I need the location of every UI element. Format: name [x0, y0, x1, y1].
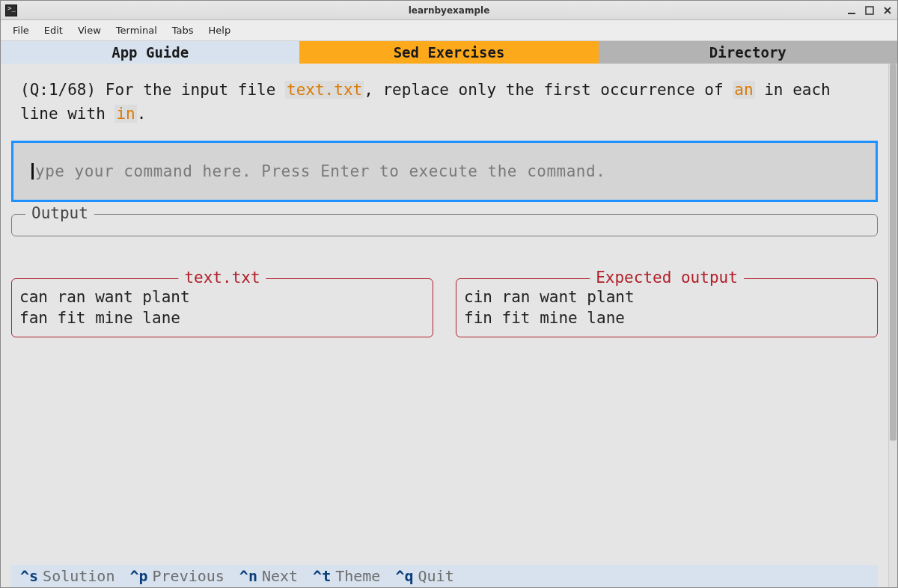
footer-label: Solution [43, 567, 114, 585]
footer-key: ^p [129, 567, 147, 585]
command-placeholder: ype your command here. Press Enter to ex… [35, 162, 605, 180]
footer-key: ^t [313, 567, 331, 585]
menubar: File Edit View Terminal Tabs Help [1, 20, 897, 41]
app-window: learnbyexample File Edit View Terminal T… [0, 0, 898, 588]
footer-theme[interactable]: ^tTheme [313, 567, 380, 585]
footer-key: ^n [239, 567, 257, 585]
footer-key: ^q [395, 567, 413, 585]
footer-solution[interactable]: ^sSolution [20, 567, 114, 585]
tab-bar: App Guide Sed Exercises Directory [1, 41, 897, 64]
footer-quit[interactable]: ^qQuit [395, 567, 453, 585]
menu-file[interactable]: File [7, 22, 35, 39]
text-cursor-icon [31, 163, 34, 180]
menu-help[interactable]: Help [203, 22, 237, 39]
menu-tabs[interactable]: Tabs [166, 22, 200, 39]
tab-label: Sed Exercises [394, 44, 505, 61]
content-wrap: (Q:1/68) For the input file text.txt, re… [1, 64, 897, 587]
output-box: Output [11, 214, 878, 236]
titlebar: learnbyexample [1, 1, 897, 20]
command-input[interactable]: ype your command here. Press Enter to ex… [11, 141, 878, 202]
expected-output-content: cin ran want plant fin fit mine lane [464, 287, 870, 329]
output-legend: Output [25, 204, 94, 222]
question-fragment: . [137, 105, 147, 123]
scroll-thumb[interactable] [890, 64, 897, 441]
footer-label: Next [262, 567, 298, 585]
tab-directory[interactable]: Directory [599, 41, 897, 64]
svg-rect-1 [866, 7, 873, 14]
maximize-button[interactable] [864, 5, 875, 16]
question-hl-from: an [733, 81, 754, 99]
minimize-button[interactable] [846, 5, 857, 16]
menu-view[interactable]: View [72, 22, 107, 39]
tab-label: App Guide [112, 44, 189, 61]
menu-terminal[interactable]: Terminal [110, 22, 163, 39]
question-hl-to: in [114, 105, 136, 123]
app-body: App Guide Sed Exercises Directory (Q:1/6… [1, 41, 897, 587]
menu-edit[interactable]: Edit [38, 22, 69, 39]
footer-label: Theme [335, 567, 380, 585]
expected-output-box: Expected output cin ran want plant fin f… [456, 278, 878, 337]
footer-key: ^s [20, 567, 38, 585]
footer-previous[interactable]: ^pPrevious [129, 567, 224, 585]
close-button[interactable] [882, 5, 893, 16]
input-file-box: text.txt can ran want plant fan fit mine… [11, 278, 433, 337]
question-fragment: For the input file [96, 81, 285, 99]
window-controls [846, 5, 893, 16]
tab-app-guide[interactable]: App Guide [1, 41, 299, 64]
question-hl-file: text.txt [285, 81, 364, 99]
expected-output-legend: Expected output [590, 269, 744, 287]
window-title: learnbyexample [1, 5, 897, 16]
footer-label: Quit [418, 567, 454, 585]
file-panels: text.txt can ran want plant fan fit mine… [11, 269, 878, 337]
spacer [11, 337, 878, 565]
question-text: (Q:1/68) For the input file text.txt, re… [11, 79, 878, 138]
vertical-scrollbar[interactable] [888, 64, 897, 587]
tab-label: Directory [709, 44, 786, 61]
question-fragment: , replace only the first occurrence of [364, 81, 733, 99]
question-counter: (Q:1/68) [20, 81, 96, 99]
content: (Q:1/68) For the input file text.txt, re… [1, 64, 888, 587]
footer-label: Previous [153, 567, 224, 585]
input-file-legend: text.txt [178, 269, 266, 287]
footer-next[interactable]: ^nNext [239, 567, 298, 585]
input-file-content: can ran want plant fan fit mine lane [19, 287, 425, 329]
footer-bar: ^sSolution ^pPrevious ^nNext ^tTheme ^qQ… [11, 565, 878, 587]
tab-sed-exercises[interactable]: Sed Exercises [299, 41, 598, 64]
